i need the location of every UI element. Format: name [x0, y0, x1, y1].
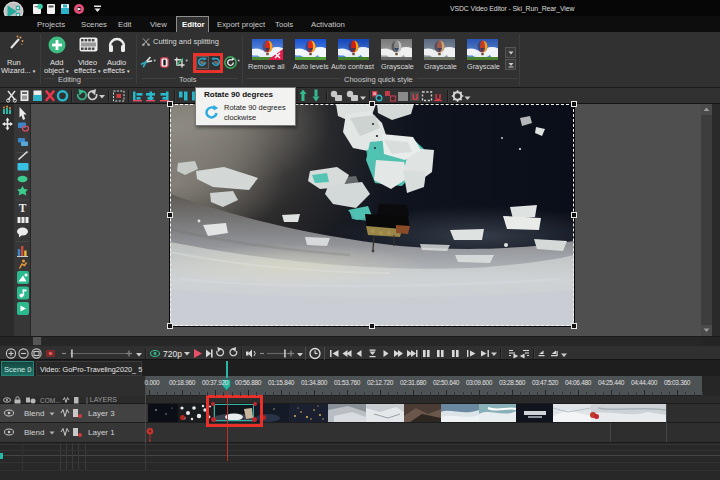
svg-text:U: U — [412, 92, 418, 102]
svg-text:720p: 720p — [163, 349, 182, 359]
svg-text:Blend: Blend — [24, 428, 44, 437]
svg-text:Layer 1: Layer 1 — [88, 428, 115, 437]
svg-text:Blend: Blend — [24, 409, 44, 418]
svg-text:T: T — [19, 202, 27, 214]
svg-text:COM...: COM... — [40, 397, 61, 404]
svg-text:Layer 3: Layer 3 — [88, 409, 115, 418]
